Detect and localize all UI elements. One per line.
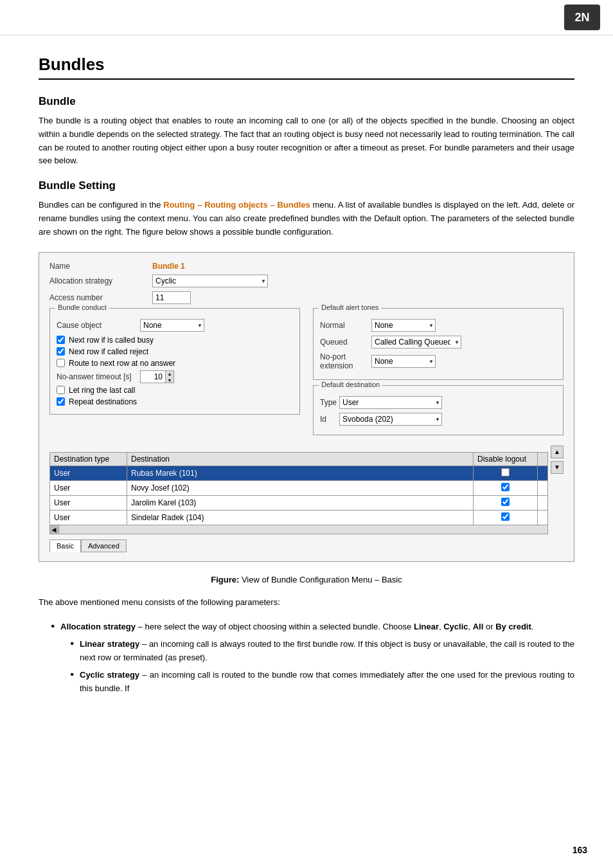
tab-basic[interactable]: Basic [49, 539, 81, 552]
bundle-setting-body: Bundles can be configured in the Routing… [39, 199, 574, 239]
cell-disable [474, 480, 538, 495]
move-down-button[interactable]: ▼ [551, 461, 564, 474]
next-busy-checkbox[interactable] [57, 336, 65, 344]
cyclic-bold: Cyclic [443, 622, 468, 631]
alert-tones-title: Default alert tones [319, 303, 381, 311]
id-row: Id Svoboda (202) [320, 413, 556, 426]
queued-select-wrapper: Called Calling Queued [371, 336, 461, 348]
queued-select[interactable]: Called Calling Queued [371, 336, 461, 348]
normal-select-wrapper: None [371, 319, 436, 332]
cyclic-strategy-bold: Cyclic strategy [80, 670, 139, 680]
main-content: Bundles Bundle The bundle is a routing o… [0, 35, 613, 740]
cause-select[interactable]: None [140, 319, 204, 332]
or-text: or [483, 622, 495, 631]
figure-caption: Figure: View of Bundle Configuration Men… [39, 575, 574, 584]
disable-checkbox[interactable] [501, 512, 510, 521]
bycredit-bold: By credit [495, 622, 531, 631]
dest-table: Destination type Destination Disable log… [49, 452, 548, 525]
route-noanswer-checkbox[interactable] [57, 359, 65, 367]
cell-disable [474, 466, 538, 480]
spinner-btn[interactable]: ▲ ▼ [165, 370, 174, 383]
repeat-dest-row: Repeat destinations [57, 397, 293, 406]
col-dest-type: Destination type [50, 452, 127, 466]
all-bold: All [473, 622, 484, 631]
table-row[interactable]: User Sindelar Radek (104) [50, 510, 548, 525]
noport-select[interactable]: None [371, 355, 436, 368]
queued-label: Queued [320, 338, 371, 347]
normal-row: Normal None [320, 319, 556, 332]
panel-right: Default alert tones Normal None Queued [313, 308, 564, 440]
cause-select-wrapper: None [140, 319, 204, 332]
id-select[interactable]: Svoboda (202) [339, 413, 442, 426]
cyclic-strategy-text: – an incoming call is routed to the bund… [80, 670, 574, 693]
routing-link[interactable]: Routing – Routing objects – Bundles [163, 200, 310, 210]
route-noanswer-row: Route to next row at no answer [57, 359, 293, 368]
access-label: Access number [49, 293, 152, 302]
next-reject-label: Next row if called reject [69, 347, 148, 356]
cell-disable [474, 510, 538, 525]
noport-row: No-port extension None [320, 352, 556, 370]
disable-checkbox[interactable] [501, 483, 510, 491]
col-destination: Destination [127, 452, 474, 466]
repeat-dest-checkbox[interactable] [57, 397, 65, 406]
type-label: Type [320, 398, 339, 407]
route-noanswer-label: Route to next row at no answer [69, 359, 175, 368]
linear-strategy-bold: Linear strategy [80, 639, 139, 649]
normal-label: Normal [320, 321, 371, 330]
name-value: Bundle 1 [152, 262, 185, 271]
title-divider [39, 78, 574, 80]
name-row: Name Bundle 1 [49, 262, 564, 271]
type-select[interactable]: User [339, 396, 442, 409]
let-ring-label: Let ring the last call [69, 386, 135, 395]
comma2: , [468, 622, 473, 631]
cell-dest-type: User [50, 510, 127, 525]
bullet-list: Allocation strategy – here select the wa… [51, 620, 574, 695]
list-item: Allocation strategy – here select the wa… [51, 620, 574, 695]
alloc-strategy-text: – here select the way of object choosing… [138, 622, 414, 631]
linear-bold: Linear [414, 622, 439, 631]
disable-checkbox[interactable] [501, 468, 510, 476]
table-row[interactable]: User Novy Josef (102) [50, 480, 548, 495]
next-reject-checkbox[interactable] [57, 347, 65, 356]
default-dest-group: Default destination Type User Id [313, 385, 564, 435]
tabs-row: Basic Advanced [49, 539, 564, 552]
id-label: Id [320, 415, 339, 424]
name-label: Name [49, 262, 152, 271]
cell-destination: Rubas Marek (101) [127, 466, 474, 480]
horizontal-scrollbar[interactable]: ◄ [49, 525, 548, 534]
next-reject-row: Next row if called reject [57, 347, 293, 356]
table-row[interactable]: User Jarolim Karel (103) [50, 495, 548, 510]
let-ring-checkbox[interactable] [57, 386, 65, 394]
arrow-buttons: ▲ ▼ [551, 446, 564, 534]
figure-caption-text: View of Bundle Configuration Menu – Basi… [242, 575, 402, 584]
logo: 2N [564, 5, 600, 30]
alloc-select[interactable]: Cyclic [152, 275, 268, 287]
alert-tones-group: Default alert tones Normal None Queued [313, 308, 564, 380]
next-busy-row: Next row if is called busy [57, 336, 293, 345]
bundle-conduct-group: Bundle conduct Cause object None N [49, 308, 300, 415]
disable-checkbox[interactable] [501, 498, 510, 506]
cell-destination: Jarolim Karel (103) [127, 495, 474, 510]
col-disable: Disable logout [474, 452, 538, 466]
cell-destination: Novy Josef (102) [127, 480, 474, 495]
params-intro: The above mentioned menu consists of the… [39, 596, 574, 610]
noanswer-timeout-row: No-answer timeout [s] ▲ ▼ [57, 370, 293, 383]
normal-select[interactable]: None [371, 319, 436, 332]
queued-row: Queued Called Calling Queued [320, 336, 556, 348]
access-input[interactable] [152, 291, 191, 304]
table-row[interactable]: User Rubas Marek (101) [50, 466, 548, 480]
cell-disable [474, 495, 538, 510]
alloc-row: Allocation strategy Cyclic [49, 275, 564, 287]
alloc-select-wrapper: Cyclic [152, 275, 268, 287]
page-title: Bundles [39, 55, 574, 75]
type-row: Type User [320, 396, 556, 409]
table-section: Destination type Destination Disable log… [49, 446, 564, 534]
cell-scroll [538, 495, 548, 510]
move-up-button[interactable]: ▲ [551, 446, 564, 458]
scrollbar-left-btn[interactable]: ◄ [50, 525, 59, 534]
top-bar: 2N [0, 0, 613, 35]
bundle-config-box: Name Bundle 1 Allocation strategy Cyclic… [39, 252, 574, 562]
tab-advanced[interactable]: Advanced [81, 539, 127, 552]
noanswer-input[interactable] [140, 370, 166, 383]
linear-strategy-text: – an incoming call is always routed to t… [80, 639, 574, 662]
